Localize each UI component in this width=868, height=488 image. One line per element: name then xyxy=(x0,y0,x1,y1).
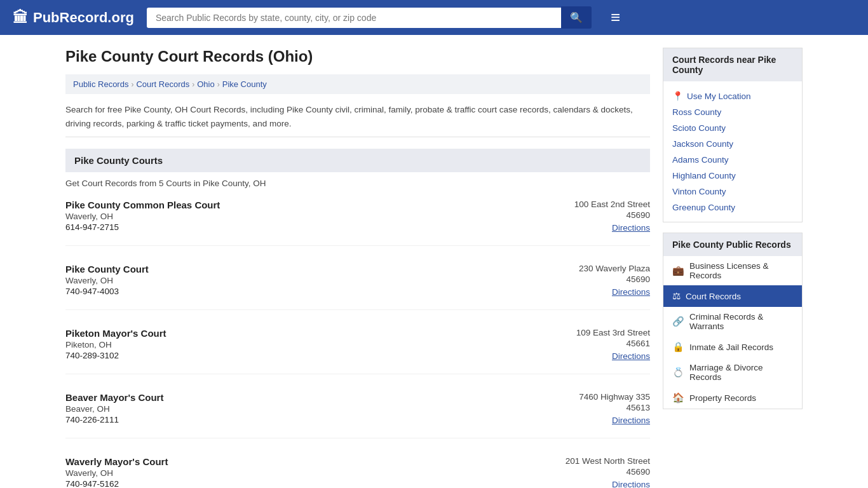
page-description: Search for free Pike County, OH Court Re… xyxy=(65,103,650,137)
court-zip: 45690 xyxy=(523,274,650,284)
nearby-counties-list: Ross CountyScioto CountyJackson CountyAd… xyxy=(672,104,793,215)
courts-section-header: Pike County Courts xyxy=(65,149,650,172)
nearby-county-link[interactable]: Greenup County xyxy=(672,200,793,215)
court-info: Waverly Mayor's Court Waverly, OH 740-94… xyxy=(65,456,523,488)
court-street: 230 Waverly Plaza xyxy=(523,264,650,273)
nearby-header: Court Records near Pike County xyxy=(663,48,802,81)
public-records-header: Pike County Public Records xyxy=(663,233,802,256)
use-location-link[interactable]: 📍 Use My Location xyxy=(672,88,793,104)
nearby-county-link[interactable]: Ross County xyxy=(672,104,793,120)
nav-icon: 💍 xyxy=(672,367,684,378)
court-name: Piketon Mayor's Court xyxy=(65,328,523,339)
court-address: 201 West North Street 45690 Directions xyxy=(523,456,650,488)
location-icon: 📍 xyxy=(672,91,683,101)
court-phone: 614-947-2715 xyxy=(65,222,523,232)
court-zip: 45690 xyxy=(523,210,650,220)
court-location: Waverly, OH xyxy=(65,468,523,478)
directions-link[interactable]: Directions xyxy=(612,416,650,425)
court-zip: 45690 xyxy=(523,467,650,477)
sidebar-nav-item[interactable]: 🔗Criminal Records & Warrants xyxy=(663,307,802,336)
logo-icon: 🏛 xyxy=(13,9,28,27)
nav-item-label: Property Records xyxy=(689,393,756,403)
nav-icon: 💼 xyxy=(672,265,684,276)
court-info: Pike County Court Waverly, OH 740-947-40… xyxy=(65,264,523,297)
search-bar: 🔍 xyxy=(147,6,592,29)
court-phone: 740-947-4003 xyxy=(65,287,523,296)
breadcrumb-sep-1: › xyxy=(131,80,133,89)
nav-item-label: Criminal Records & Warrants xyxy=(689,312,793,331)
breadcrumb-link-ohio[interactable]: Ohio xyxy=(197,79,214,89)
court-location: Waverly, OH xyxy=(65,212,523,221)
logo-text: PubRecord.org xyxy=(33,10,134,26)
court-info: Pike County Common Pleas Court Waverly, … xyxy=(65,200,523,233)
court-entry: Pike County Court Waverly, OH 740-947-40… xyxy=(65,264,650,310)
site-logo[interactable]: 🏛 PubRecord.org xyxy=(13,9,134,27)
court-zip: 45661 xyxy=(523,339,650,348)
nearby-content: 📍 Use My Location Ross CountyScioto Coun… xyxy=(663,81,802,222)
nav-item-label: Marriage & Divorce Records xyxy=(689,363,793,382)
court-address: 109 East 3rd Street 45661 Directions xyxy=(523,328,650,361)
use-location-label: Use My Location xyxy=(687,92,751,101)
court-info: Piketon Mayor's Court Piketon, OH 740-28… xyxy=(65,328,523,361)
courts-list: Pike County Common Pleas Court Waverly, … xyxy=(65,200,650,488)
court-address: 100 East 2nd Street 45690 Directions xyxy=(523,200,650,233)
nav-icon: ⚖ xyxy=(672,290,681,302)
court-phone: 740-289-3102 xyxy=(65,351,523,360)
nearby-county-link[interactable]: Adams County xyxy=(672,152,793,168)
nav-item-label: Business Licenses & Records xyxy=(689,261,793,280)
court-name: Beaver Mayor's Court xyxy=(65,392,523,403)
nearby-county-link[interactable]: Scioto County xyxy=(672,120,793,136)
nav-icon: 🏠 xyxy=(672,392,684,403)
sidebar-nav-item[interactable]: 🔒Inmate & Jail Records xyxy=(663,336,802,358)
directions-link[interactable]: Directions xyxy=(612,351,650,361)
court-name: Pike County Court xyxy=(65,264,523,274)
site-header: 🏛 PubRecord.org 🔍 ≡ xyxy=(0,0,868,35)
court-location: Waverly, OH xyxy=(65,276,523,285)
breadcrumb-sep-2: › xyxy=(192,80,194,89)
directions-link[interactable]: Directions xyxy=(612,223,650,233)
directions-link[interactable]: Directions xyxy=(612,287,650,297)
court-address: 7460 Highway 335 45613 Directions xyxy=(523,392,650,425)
court-street: 201 West North Street xyxy=(523,456,650,466)
court-street: 7460 Highway 335 xyxy=(523,392,650,402)
breadcrumb-sep-3: › xyxy=(217,80,220,89)
directions-link[interactable]: Directions xyxy=(612,480,650,488)
search-icon: 🔍 xyxy=(570,12,583,23)
nav-icon: 🔒 xyxy=(672,341,684,353)
court-entry: Waverly Mayor's Court Waverly, OH 740-94… xyxy=(65,456,650,488)
court-location: Piketon, OH xyxy=(65,340,523,349)
nearby-county-link[interactable]: Vinton County xyxy=(672,184,793,200)
public-records-box: Pike County Public Records 💼Business Lic… xyxy=(663,233,803,409)
breadcrumb-link-public-records[interactable]: Public Records xyxy=(73,79,128,89)
sidebar: Court Records near Pike County 📍 Use My … xyxy=(663,48,803,488)
court-info: Beaver Mayor's Court Beaver, OH 740-226-… xyxy=(65,392,523,425)
main-content: Pike County Court Records (Ohio) Public … xyxy=(65,48,650,488)
nearby-county-link[interactable]: Highland County xyxy=(672,168,793,184)
court-entry: Beaver Mayor's Court Beaver, OH 740-226-… xyxy=(65,392,650,438)
menu-button[interactable]: ≡ xyxy=(611,8,620,27)
search-button[interactable]: 🔍 xyxy=(561,6,592,29)
court-name: Waverly Mayor's Court xyxy=(65,456,523,467)
court-phone: 740-947-5162 xyxy=(65,479,523,488)
court-address: 230 Waverly Plaza 45690 Directions xyxy=(523,264,650,297)
nav-icon: 🔗 xyxy=(672,316,684,327)
breadcrumb-link-court-records[interactable]: Court Records xyxy=(136,79,189,89)
sidebar-nav-item[interactable]: 💍Marriage & Divorce Records xyxy=(663,358,802,387)
court-street: 100 East 2nd Street xyxy=(523,200,650,209)
sidebar-nav-item[interactable]: 💼Business Licenses & Records xyxy=(663,256,802,285)
nearby-county-link[interactable]: Jackson County xyxy=(672,136,793,152)
nav-item-label: Inmate & Jail Records xyxy=(689,342,773,352)
breadcrumb-link-pike-county[interactable]: Pike County xyxy=(222,79,267,89)
court-location: Beaver, OH xyxy=(65,404,523,414)
court-entry: Piketon Mayor's Court Piketon, OH 740-28… xyxy=(65,328,650,374)
court-phone: 740-226-2111 xyxy=(65,415,523,424)
nearby-box: Court Records near Pike County 📍 Use My … xyxy=(663,48,803,222)
court-zip: 45613 xyxy=(523,403,650,412)
court-name: Pike County Common Pleas Court xyxy=(65,200,523,210)
sidebar-nav-item[interactable]: 🏠Property Records xyxy=(663,387,802,409)
courts-count: Get Court Records from 5 Courts in Pike … xyxy=(65,179,650,188)
sidebar-nav-item[interactable]: ⚖Court Records xyxy=(663,285,802,307)
search-input[interactable] xyxy=(147,8,561,28)
court-street: 109 East 3rd Street xyxy=(523,328,650,337)
breadcrumb: Public Records › Court Records › Ohio › … xyxy=(65,74,650,94)
